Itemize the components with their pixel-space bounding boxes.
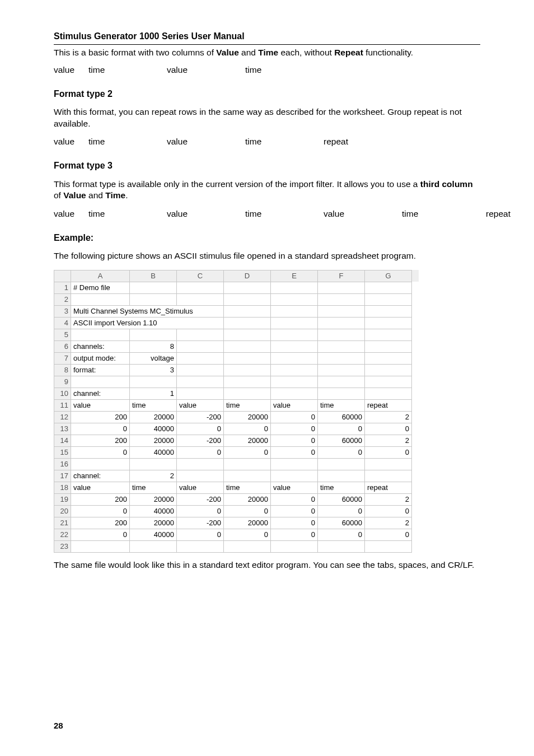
cell: 0 <box>318 529 365 540</box>
cell: 40000 <box>130 505 177 517</box>
title-rule <box>54 44 480 45</box>
table-row: 3Multi Channel Systems MC_Stimulus <box>54 305 419 317</box>
doc-title: Stimulus Generator 1000 Series User Manu… <box>54 30 480 43</box>
example-paragraph: The following picture shows an ASCII sti… <box>54 250 480 262</box>
cell: value <box>71 399 130 411</box>
row-number: 6 <box>54 340 71 352</box>
text: functionality. <box>363 48 413 57</box>
row-number: 11 <box>54 399 71 411</box>
cell: 20000 <box>224 493 271 505</box>
format3-paragraph: This format type is available only in th… <box>54 179 480 202</box>
example-paragraph-2: The same file would look like this in a … <box>54 559 480 571</box>
row-number: 22 <box>54 529 71 540</box>
cell: 0 <box>271 505 318 517</box>
table-row: 1220020000-200200000600002 <box>54 411 419 423</box>
cell: -200 <box>177 435 224 446</box>
table-row: 6channels:8 <box>54 340 419 352</box>
col-label: repeat <box>324 136 385 147</box>
col-header: G <box>365 270 412 282</box>
format2-paragraph: With this format, you can repeat rows in… <box>54 106 480 129</box>
cell: 0 <box>177 529 224 540</box>
table-row: 1920020000-200200000600002 <box>54 493 419 505</box>
cell: time <box>224 399 271 411</box>
cell: time <box>318 399 365 411</box>
cell: time <box>130 482 177 493</box>
table-row: 1504000000000 <box>54 446 419 458</box>
col-label: time <box>402 208 486 220</box>
cell: 0 <box>271 493 318 505</box>
cell: channels: <box>71 340 130 352</box>
row-number: 21 <box>54 517 71 529</box>
cell: 0 <box>224 529 271 540</box>
cell: 0 <box>224 505 271 517</box>
cell: 0 <box>271 517 318 529</box>
cell: # Demo file <box>71 282 130 293</box>
col-label: repeat <box>486 208 534 220</box>
table-row: 1# Demo file <box>54 282 419 293</box>
col-header: C <box>177 270 224 282</box>
row-number: 12 <box>54 411 71 423</box>
table-row: 5 <box>54 329 419 340</box>
cell: 0 <box>71 446 130 458</box>
text: and <box>239 48 258 57</box>
cell: 200 <box>71 493 130 505</box>
cell: -200 <box>177 517 224 529</box>
cell: value <box>271 399 318 411</box>
cell: 200 <box>71 411 130 423</box>
cell: 0 <box>271 435 318 446</box>
row-number: 13 <box>54 423 71 435</box>
row-number: 17 <box>54 470 71 482</box>
table-row: 10channel:1 <box>54 388 419 399</box>
cell: 0 <box>271 423 318 435</box>
cell: 0 <box>224 446 271 458</box>
col-label: time <box>245 208 324 220</box>
cell: 0 <box>365 423 412 435</box>
cell: 20000 <box>224 411 271 423</box>
col-label: time <box>88 208 167 220</box>
cell: 200 <box>71 517 130 529</box>
table-row: 18valuetimevaluetimevaluetimerepeat <box>54 482 419 493</box>
table-row: 4ASCII import Version 1.10 <box>54 317 419 329</box>
table-row: 16 <box>54 458 419 470</box>
cell: 2 <box>365 493 412 505</box>
cell: time <box>318 482 365 493</box>
cell: 2 <box>365 435 412 446</box>
cell: 2 <box>365 411 412 423</box>
cell: value <box>177 482 224 493</box>
cell: 60000 <box>318 493 365 505</box>
row-number: 9 <box>54 376 71 388</box>
row-number: 8 <box>54 364 71 376</box>
cell: 0 <box>318 446 365 458</box>
header-row: A B C D E F G <box>54 270 419 282</box>
cell: value <box>71 482 130 493</box>
cell: 0 <box>71 423 130 435</box>
cell: voltage <box>130 352 177 364</box>
row-number: 4 <box>54 317 71 329</box>
cell: channel: <box>71 388 130 399</box>
table-row: 2004000000000 <box>54 505 419 517</box>
row-number: 20 <box>54 505 71 517</box>
text: and <box>86 190 105 200</box>
cell: 0 <box>177 423 224 435</box>
format3-columns: value time value time value time repeat <box>54 208 480 220</box>
cell: ASCII import Version 1.10 <box>71 317 224 329</box>
cell: 0 <box>271 411 318 423</box>
row-number: 15 <box>54 446 71 458</box>
cell: 0 <box>318 423 365 435</box>
table-row: 17channel:2 <box>54 470 419 482</box>
col-label: time <box>88 64 167 76</box>
cell: value <box>177 399 224 411</box>
cell: 60000 <box>318 517 365 529</box>
cell: 20000 <box>130 517 177 529</box>
cell: repeat <box>365 399 412 411</box>
cell: channel: <box>71 470 130 482</box>
text: This is a basic format with two columns … <box>54 48 216 57</box>
cell: 0 <box>365 505 412 517</box>
row-number: 19 <box>54 493 71 505</box>
table-row: 2 <box>54 293 419 305</box>
col-header-edge <box>412 270 419 282</box>
cell: 0 <box>365 446 412 458</box>
table-row: 23 <box>54 540 419 552</box>
cell: 3 <box>130 364 177 376</box>
row-number: 3 <box>54 305 71 317</box>
